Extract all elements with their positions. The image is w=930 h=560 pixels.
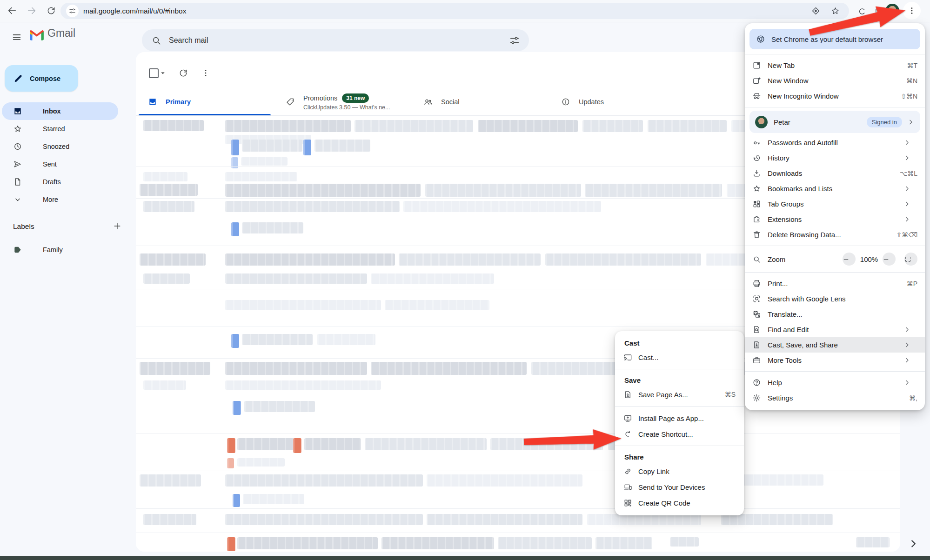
cast-save-share-submenu: CastCast...SaveSave Page As...⌘SInstall … — [615, 331, 744, 515]
back-button[interactable] — [6, 4, 19, 17]
redacted-block — [227, 458, 234, 468]
plus-icon — [113, 221, 122, 231]
submenu-item-copy-link[interactable]: Copy Link — [615, 463, 744, 479]
chevright-icon — [903, 379, 911, 387]
trash-icon — [752, 230, 761, 239]
submenu-item-save-page-as[interactable]: Save Page As...⌘S — [615, 387, 744, 402]
menu-item-label: Print... — [768, 280, 788, 287]
redacted-block — [427, 514, 582, 525]
menu-item-history[interactable]: History — [745, 150, 925, 166]
sidebar-label-family[interactable]: Family — [2, 241, 118, 259]
menu-item-passwords-and-autofill[interactable]: Passwords and Autofill — [745, 135, 925, 150]
redacted-block — [595, 537, 652, 549]
menu-item-label: New Incognito Window — [768, 92, 839, 100]
redacted-block — [585, 184, 722, 197]
redacted-block — [237, 537, 378, 549]
tab-label: Primary — [166, 98, 191, 106]
zoom-out-button[interactable] — [843, 253, 856, 266]
chevright-icon — [903, 341, 911, 349]
site-settings-button[interactable] — [66, 5, 79, 17]
sidebar-item-starred[interactable]: Starred — [2, 120, 118, 138]
menu-item-extensions[interactable]: Extensions — [745, 212, 925, 227]
tab-promotions[interactable]: Promotions31 newClickUpdates 3.50 — What… — [274, 88, 411, 115]
gmail-search-bar[interactable]: Search mail — [142, 29, 529, 51]
fullscreen-button[interactable] — [904, 253, 917, 266]
fs-icon — [904, 256, 911, 263]
tab-label: Social — [441, 98, 460, 106]
zoom-value: 100% — [856, 255, 883, 263]
label-name: Family — [43, 246, 63, 253]
submenu-item-send-to-your-devices[interactable]: Send to Your Devices — [615, 479, 744, 495]
menu-item-delete-browsing-data[interactable]: Delete Browsing Data...⇧⌘⌫ — [745, 227, 925, 242]
submenu-item-cast[interactable]: Cast... — [615, 349, 744, 365]
create-label-button[interactable] — [111, 220, 124, 233]
chevright-icon — [903, 215, 911, 223]
search-options-icon[interactable] — [509, 35, 520, 46]
sidebar-item-inbox[interactable]: Inbox — [2, 102, 118, 120]
shortcut-icon — [623, 430, 632, 439]
search-input[interactable]: Search mail — [169, 36, 509, 45]
menu-shortcut: ⌘N — [906, 77, 917, 85]
zoom-in-button[interactable] — [883, 253, 896, 266]
chevright-icon — [903, 154, 911, 162]
url-text[interactable]: mail.google.com/mail/u/0/#inbox — [83, 7, 802, 15]
tab-social[interactable]: Social — [411, 88, 549, 115]
menu-item-help[interactable]: Help — [745, 375, 925, 390]
select-all-checkbox[interactable] — [149, 66, 167, 80]
menu-item-label: Downloads — [768, 169, 802, 177]
submenu-header-cast: Cast — [615, 336, 744, 349]
forward-button[interactable] — [25, 4, 38, 17]
address-bar[interactable]: mail.google.com/mail/u/0/#inbox — [60, 3, 849, 19]
menu-item-downloads[interactable]: Downloads⌥⌘L — [745, 166, 925, 181]
menu-item-cast-save-and-share[interactable]: Cast, Save, and Share — [745, 337, 925, 353]
menu-item-label: Delete Browsing Data... — [768, 231, 841, 239]
menu-item-translate[interactable]: Translate... — [745, 307, 925, 322]
menu-item-settings[interactable]: Settings⌘, — [745, 390, 925, 406]
menu-item-new-tab[interactable]: New Tab⌘T — [745, 58, 925, 73]
submenu-header-save: Save — [615, 373, 744, 387]
menu-item-profile[interactable]: PetarSigned in — [749, 111, 920, 133]
menu-item-print[interactable]: Print...⌘P — [745, 276, 925, 291]
redacted-block — [143, 120, 204, 131]
submenu-item-label: Save Page As... — [638, 391, 688, 399]
redacted-block — [317, 334, 375, 345]
submenu-item-create-qr-code[interactable]: Create QR Code — [615, 495, 744, 511]
redacted-block — [648, 120, 727, 132]
tab-updates[interactable]: Updates — [549, 88, 687, 115]
redacted-block — [143, 273, 190, 284]
chevright-icon — [903, 185, 911, 193]
side-panel-chevron-icon[interactable] — [907, 538, 919, 550]
compose-button[interactable]: Compose — [5, 65, 78, 92]
refresh-button[interactable] — [179, 66, 188, 80]
sidebar-item-snoozed[interactable]: Snoozed — [2, 138, 118, 155]
redacted-block — [140, 362, 210, 375]
menu-item-find-and-edit[interactable]: Find and Edit — [745, 322, 925, 337]
sidebar-item-sent[interactable]: Sent — [2, 155, 118, 173]
menu-item-bookmarks-and-lists[interactable]: Bookmarks and Lists — [745, 181, 925, 196]
tabgroups-icon — [752, 200, 761, 208]
submenu-item-install-page-as-app[interactable]: Install Page as App... — [615, 410, 744, 426]
menu-divider — [745, 371, 925, 372]
gmail-logo-icon — [29, 29, 45, 41]
sidebar-item-more[interactable]: More — [2, 191, 118, 208]
menu-item-new-window[interactable]: New Window⌘N — [745, 73, 925, 88]
checkbox-caret-icon[interactable] — [159, 69, 167, 77]
gmail-main-menu-button[interactable] — [7, 27, 27, 47]
redacted-block — [314, 140, 370, 152]
redacted-block — [225, 380, 381, 390]
menu-item-more-tools[interactable]: More Tools — [745, 353, 925, 368]
menu-item-new-incognito-window[interactable]: New Incognito Window⇧⌘N — [745, 88, 925, 104]
menu-item-search-with-google-lens[interactable]: Search with Google Lens — [745, 291, 925, 307]
tab-primary[interactable]: Primary — [136, 88, 274, 115]
reload-button[interactable] — [45, 4, 58, 17]
tab-text: Primary — [166, 98, 191, 106]
menu-item-tab-groups[interactable]: Tab Groups — [745, 196, 925, 212]
search-icon — [151, 35, 161, 46]
info-icon — [561, 97, 570, 107]
star-icon — [752, 184, 761, 193]
menu-item-label: More Tools — [768, 356, 802, 364]
lens-button[interactable] — [810, 6, 821, 17]
sidebar-item-drafts[interactable]: Drafts — [2, 173, 118, 191]
list-more-button[interactable] — [201, 66, 210, 80]
submenu-item-create-shortcut[interactable]: Create Shortcut... — [615, 426, 744, 442]
